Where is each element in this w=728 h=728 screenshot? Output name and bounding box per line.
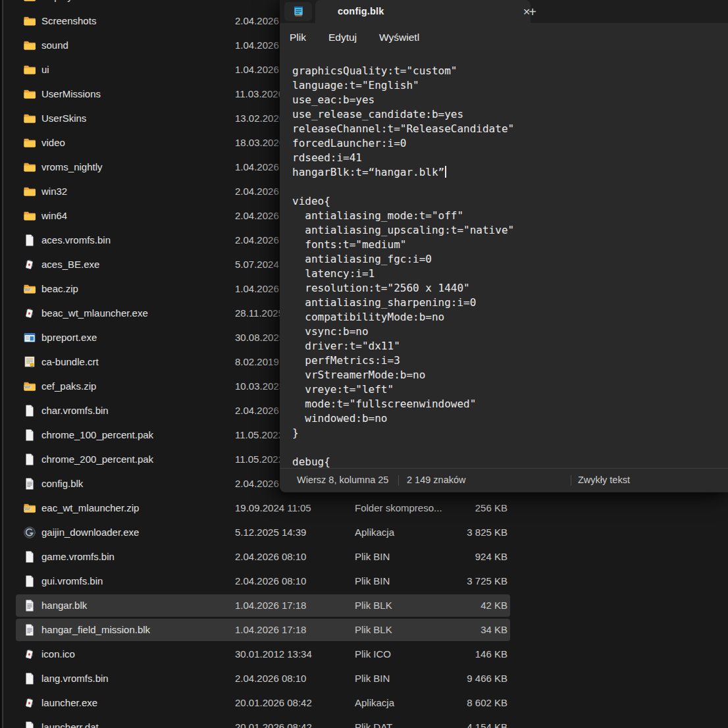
file-row[interactable]: lang.vromfs.bin2.04.2026 08:10Plik BIN9 … xyxy=(16,667,510,691)
file-name: icon.ico xyxy=(41,648,226,660)
editor-line: antialiasing_upscaling:t="native" xyxy=(292,223,728,238)
folder-icon xyxy=(23,209,36,222)
file-name: ui xyxy=(41,64,226,75)
file-name: beac_wt_mlauncher.exe xyxy=(41,307,226,319)
cards-icon xyxy=(23,648,36,661)
file-size: 42 KB xyxy=(451,600,507,611)
editor-line: windowed:b=no xyxy=(292,411,728,426)
status-separator xyxy=(398,475,399,486)
file-row[interactable]: gui.vromfs.bin2.04.2026 08:10Plik BIN3 7… xyxy=(16,569,510,594)
file-name: gui.vromfs.bin xyxy=(41,575,226,586)
file-row[interactable]: eac_wt_mlauncher.zip19.09.2024 11:05Fold… xyxy=(16,496,510,521)
file-type: Folder skompreso... xyxy=(355,502,447,513)
menu-wyswietl[interactable]: Wyświetl xyxy=(379,23,419,51)
file-date: 1.04.2026 17:18 xyxy=(235,600,352,611)
editor-line: use_release_candidate:b=yes xyxy=(292,107,728,122)
file-name: win32 xyxy=(41,186,226,197)
file-name: launcher.exe xyxy=(41,697,226,708)
file-icon xyxy=(23,453,36,466)
file-size: 34 KB xyxy=(451,624,507,635)
file-name: beac.zip xyxy=(41,283,226,294)
editor-line: compatibilityMode:b=no xyxy=(292,310,728,325)
file-name: cef_paks.zip xyxy=(41,380,226,392)
file-date: 20.01.2026 08:42 xyxy=(235,721,352,728)
file-name: Screenshots xyxy=(41,15,226,26)
file-name: game.vromfs.bin xyxy=(41,551,226,562)
file-name: UserSkins xyxy=(41,113,226,124)
file-row[interactable]: launcherr.dat20.01.2026 08:42Plik DAT4 1… xyxy=(16,715,510,728)
file-name: eac_wt_mlauncher.zip xyxy=(41,502,226,513)
file-icon xyxy=(23,550,36,563)
zip-icon xyxy=(23,282,36,296)
editor-line: perfMetrics:i=3 xyxy=(292,353,728,368)
file-row[interactable]: hangar.blk1.04.2026 17:18Plik BLK42 KB xyxy=(16,594,510,618)
text-editor-area[interactable]: graphicsQuality:t="custom"language:t="En… xyxy=(280,51,728,468)
notepad-window: config.blk ✕ + Plik Edytuj Wyświetl grap… xyxy=(280,0,728,492)
editor-line: graphicsQuality:t="custom" xyxy=(292,64,728,78)
file-row[interactable]: game.vromfs.bin2.04.2026 08:10Plik BIN92… xyxy=(16,545,510,569)
file-type: Plik BLK xyxy=(355,600,447,611)
file-date: 2.04.2026 08:10 xyxy=(235,575,352,586)
editor-line: releaseChannel:t="ReleaseCandidate" xyxy=(292,122,728,136)
zip-icon xyxy=(23,502,36,515)
editor-line: vsync:b=no xyxy=(292,325,728,339)
file-type: Plik BIN xyxy=(355,575,447,586)
new-tab-button[interactable]: + xyxy=(523,3,542,21)
file-size: 3 725 KB xyxy=(451,575,507,586)
status-char-count: 2 149 znaków xyxy=(407,475,465,485)
file-type: Plik ICO xyxy=(355,648,447,660)
screen: Replays2.04.2026 0Screenshots2.04.2026 0… xyxy=(0,0,728,728)
file-size: 8 602 KB xyxy=(451,697,507,708)
file-date: 30.01.2012 13:34 xyxy=(235,648,352,660)
folder-icon xyxy=(23,136,36,149)
textfile-icon xyxy=(23,599,36,612)
editor-line: hangarBlk:t=“hangar.blk” xyxy=(292,165,728,180)
folder-icon xyxy=(23,0,36,3)
file-name: chrome_200_percent.pak xyxy=(41,454,226,465)
file-icon xyxy=(23,575,36,588)
status-separator xyxy=(571,475,571,486)
file-name: bpreport.exe xyxy=(41,332,226,343)
file-row[interactable]: gaijin_downloader.exe5.12.2025 14:39Apli… xyxy=(16,521,510,545)
file-type: Aplikacja xyxy=(355,527,447,538)
file-date: 2.04.2026 08:10 xyxy=(235,551,352,562)
appwin-icon xyxy=(23,331,36,344)
menu-edytuj[interactable]: Edytuj xyxy=(328,23,357,51)
editor-line: use_eac:b=yes xyxy=(292,93,728,107)
text-caret xyxy=(445,166,446,178)
editor-line: debug{ xyxy=(292,455,728,468)
editor-line: vreye:t="left" xyxy=(292,382,728,397)
cards-icon xyxy=(23,307,36,320)
file-date: 1.04.2026 17:18 xyxy=(235,624,352,635)
editor-line: rdseed:i=41 xyxy=(292,151,728,165)
folder-icon xyxy=(23,112,36,125)
file-icon xyxy=(23,721,36,728)
editor-line: antialiasing_fgc:i=0 xyxy=(292,252,728,267)
editor-line: language:t="English" xyxy=(292,78,728,93)
notepad-status-bar: Wiersz 8, kolumna 25 2 149 znaków Zwykły… xyxy=(280,468,728,492)
file-name: ca-bundle.crt xyxy=(41,356,226,367)
folder-icon xyxy=(23,63,36,76)
file-row[interactable]: icon.ico30.01.2012 13:34Plik ICO146 KB xyxy=(16,642,510,667)
status-cursor-position: Wiersz 8, kolumna 25 xyxy=(297,475,388,485)
menu-plik[interactable]: Plik xyxy=(290,23,306,51)
file-icon xyxy=(23,429,36,442)
file-row[interactable]: hangar_field_mission.blk1.04.2026 17:18P… xyxy=(16,618,510,642)
file-type: Plik BLK xyxy=(355,624,447,635)
file-icon xyxy=(23,404,36,417)
file-type: Plik BIN xyxy=(355,673,447,684)
file-size: 9 466 KB xyxy=(451,673,507,684)
tab-config-blk[interactable]: config.blk ✕ xyxy=(315,0,531,23)
file-name: UserMissions xyxy=(41,88,226,99)
file-row[interactable]: launcher.exe20.01.2026 08:42Aplikacja8 6… xyxy=(16,691,510,715)
notepad-menubar: Plik Edytuj Wyświetl xyxy=(280,23,728,51)
editor-line: driver:t="dx11" xyxy=(292,339,728,353)
textfile-icon xyxy=(23,477,36,490)
folder-icon xyxy=(23,88,36,101)
file-name: config.blk xyxy=(41,478,226,489)
file-name: launcherr.dat xyxy=(41,721,226,728)
cert-icon xyxy=(23,355,36,369)
notepad-app-icon-button[interactable] xyxy=(284,2,312,21)
file-size: 146 KB xyxy=(451,648,507,660)
file-name: hangar.blk xyxy=(41,600,226,611)
